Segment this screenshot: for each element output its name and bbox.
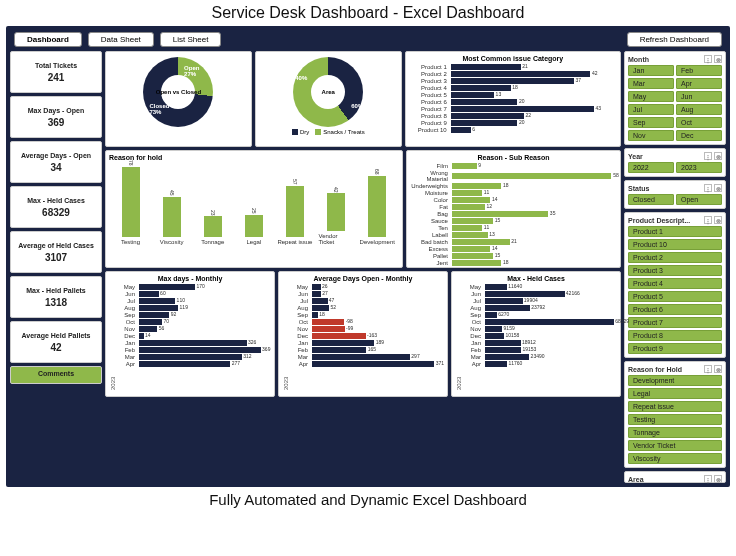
chart-title: Max days - Monthly <box>109 275 271 282</box>
data-sheet-button[interactable]: Data Sheet <box>88 32 154 47</box>
kpi-total-tickets: Total Tickets 241 <box>10 51 102 93</box>
slicer-item[interactable]: May <box>628 91 674 102</box>
slicer-item[interactable]: Tonnage <box>628 427 722 438</box>
dashboard-container: Dashboard Data Sheet List Sheet Refresh … <box>6 26 730 487</box>
slicer-item[interactable]: Product 8 <box>628 330 722 341</box>
dashboard-tab-button[interactable]: Dashboard <box>14 32 82 47</box>
chart-max-held: Max - Held Cases 2023May11640Jun42166Jul… <box>451 271 621 397</box>
kpi-label: Total Tickets <box>13 62 99 69</box>
kpi-label: Average Days - Open <box>13 152 99 159</box>
slicer-item[interactable]: Jan <box>628 65 674 76</box>
chart-sub-reason: Reason - Sub Reason Film9Wrong Material5… <box>406 150 621 268</box>
donut-center-label: Area <box>293 57 363 127</box>
toolbar: Dashboard Data Sheet List Sheet Refresh … <box>10 30 726 51</box>
clear-filter-icon[interactable]: ⊗ <box>714 475 722 483</box>
slicer-column: Month⋮⊗ JanFebMarAprMayJunJulAugSepOctNo… <box>624 51 726 483</box>
slicer-year: Year⋮⊗ 20222023 <box>624 148 726 177</box>
clear-filter-icon[interactable]: ⊗ <box>714 152 722 160</box>
multi-select-icon[interactable]: ⋮ <box>704 365 712 373</box>
slicer-item[interactable]: 2022 <box>628 162 674 173</box>
slicer-item[interactable]: Mar <box>628 78 674 89</box>
kpi-value: 42 <box>13 342 99 353</box>
slicer-item[interactable]: Nov <box>628 130 674 141</box>
slicer-item[interactable]: Product 10 <box>628 239 722 250</box>
kpi-avg-days-open: Average Days - Open 34 <box>10 141 102 183</box>
clear-filter-icon[interactable]: ⊗ <box>714 55 722 63</box>
donut-open-closed: Open27% Closed73% Open vs Closed <box>105 51 252 147</box>
chart-reason-hold: Reason for hold 78Testing45Viscosity23To… <box>105 150 403 268</box>
kpi-label: Max - Held Pallets <box>13 287 99 294</box>
slicer-item[interactable]: Sep <box>628 117 674 128</box>
slicer-item[interactable]: Product 1 <box>628 226 722 237</box>
clear-filter-icon[interactable]: ⊗ <box>714 216 722 224</box>
kpi-value: 1318 <box>13 297 99 308</box>
slicer-item[interactable]: Closed <box>628 194 674 205</box>
comments-label: Comments <box>13 370 99 377</box>
kpi-value: 68329 <box>13 207 99 218</box>
slicer-item[interactable]: Open <box>676 194 722 205</box>
charts-area: Open27% Closed73% Open vs Closed 40% 60%… <box>105 51 621 483</box>
slicer-item[interactable]: Product 2 <box>628 252 722 263</box>
chart-issue-category: Most Common issue Category Product 121Pr… <box>405 51 621 147</box>
chart-title: Reason - Sub Reason <box>410 154 617 161</box>
slicer-item[interactable]: Jun <box>676 91 722 102</box>
page-title-top: Service Desk Dashboard - Excel Dashboard <box>0 0 736 26</box>
comments-button[interactable]: Comments <box>10 366 102 384</box>
slicer-item[interactable]: Jul <box>628 104 674 115</box>
slicer-item[interactable]: Repeat issue <box>628 401 722 412</box>
kpi-max-days-open: Max Days - Open 369 <box>10 96 102 138</box>
clear-filter-icon[interactable]: ⊗ <box>714 184 722 192</box>
page-title-bottom: Fully Automated and Dynamic Excel Dashbo… <box>0 487 736 512</box>
multi-select-icon[interactable]: ⋮ <box>704 152 712 160</box>
slicer-item[interactable]: Product 4 <box>628 278 722 289</box>
slicer-item[interactable]: Product 6 <box>628 304 722 315</box>
slicer-item[interactable]: Product 7 <box>628 317 722 328</box>
slicer-item[interactable]: Oct <box>676 117 722 128</box>
clear-filter-icon[interactable]: ⊗ <box>714 365 722 373</box>
slicer-reason: Reason for Hold⋮⊗ DevelopmentLegalRepeat… <box>624 361 726 468</box>
multi-select-icon[interactable]: ⋮ <box>704 184 712 192</box>
slicer-item[interactable]: Product 3 <box>628 265 722 276</box>
kpi-label: Average Held Pallets <box>13 332 99 339</box>
kpi-avg-held-cases: Average of Held Cases 3107 <box>10 231 102 273</box>
chart-title: Most Common issue Category <box>409 55 617 62</box>
list-sheet-button[interactable]: List Sheet <box>160 32 222 47</box>
slicer-item[interactable]: Vendor Ticket <box>628 440 722 451</box>
chart-max-monthly: Max days - Monthly 2023May170Jun60Jul110… <box>105 271 275 397</box>
slicer-item[interactable]: Development <box>628 375 722 386</box>
slicer-item[interactable]: Aug <box>676 104 722 115</box>
slicer-status: Status⋮⊗ ClosedOpen <box>624 180 726 209</box>
kpi-value: 3107 <box>13 252 99 263</box>
slicer-item[interactable]: Testing <box>628 414 722 425</box>
slicer-item[interactable]: 2023 <box>676 162 722 173</box>
slicer-item[interactable]: Product 5 <box>628 291 722 302</box>
chart-title: Average Days Open - Monthly <box>282 275 444 282</box>
kpi-label: Max - Held Cases <box>13 197 99 204</box>
slicer-product: Product Descript...⋮⊗ Product 1Product 1… <box>624 212 726 358</box>
multi-select-icon[interactable]: ⋮ <box>704 216 712 224</box>
chart-title: Max - Held Cases <box>455 275 617 282</box>
refresh-dashboard-button[interactable]: Refresh Dashboard <box>627 32 722 47</box>
slicer-item[interactable]: Feb <box>676 65 722 76</box>
kpi-label: Max Days - Open <box>13 107 99 114</box>
kpi-value: 369 <box>13 117 99 128</box>
kpi-column: Total Tickets 241 Max Days - Open 369 Av… <box>10 51 102 483</box>
donut-area: 40% 60% Area Dry Snacks / Treats <box>255 51 402 147</box>
donut-center-label: Open vs Closed <box>143 57 213 127</box>
kpi-label: Average of Held Cases <box>13 242 99 249</box>
slicer-item[interactable]: Dec <box>676 130 722 141</box>
chart-title: Reason for hold <box>109 154 399 161</box>
multi-select-icon[interactable]: ⋮ <box>704 55 712 63</box>
slicer-item[interactable]: Viscosity <box>628 453 722 464</box>
slicer-item[interactable]: Legal <box>628 388 722 399</box>
slicer-item[interactable]: Apr <box>676 78 722 89</box>
slicer-item[interactable]: Product 9 <box>628 343 722 354</box>
slicer-area: Area⋮⊗ <box>624 471 726 483</box>
kpi-value: 34 <box>13 162 99 173</box>
multi-select-icon[interactable]: ⋮ <box>704 475 712 483</box>
donut-legend: Dry Snacks / Treats <box>259 129 398 135</box>
kpi-max-held-cases: Max - Held Cases 68329 <box>10 186 102 228</box>
chart-avg-monthly: Average Days Open - Monthly 2023May26Jun… <box>278 271 448 397</box>
kpi-avg-held-pallets: Average Held Pallets 42 <box>10 321 102 363</box>
kpi-value: 241 <box>13 72 99 83</box>
